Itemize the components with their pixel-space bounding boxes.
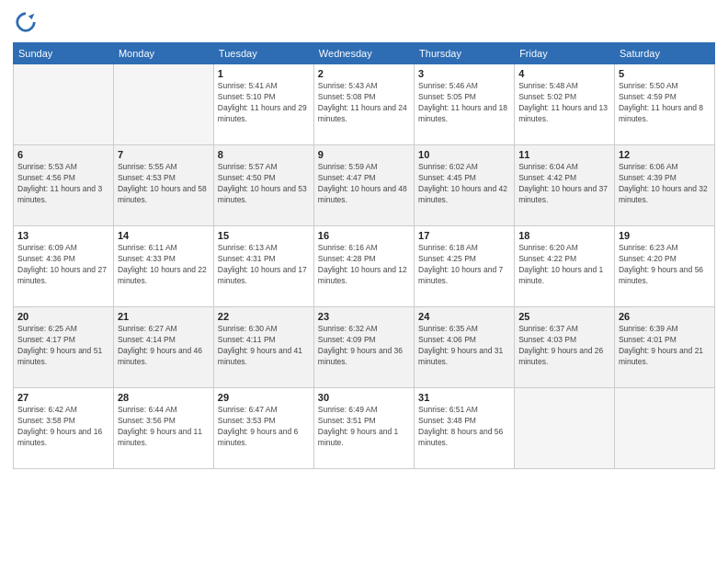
day-number: 17 [418,230,510,241]
day-info: Sunrise: 6:39 AM Sunset: 4:01 PM Dayligh… [619,324,711,368]
day-info: Sunrise: 6:37 AM Sunset: 4:03 PM Dayligh… [518,324,610,368]
calendar-cell [614,388,714,469]
calendar-cell [14,64,114,145]
day-info: Sunrise: 6:44 AM Sunset: 3:56 PM Dayligh… [118,405,210,449]
calendar-week-row: 1Sunrise: 5:41 AM Sunset: 5:10 PM Daylig… [14,64,715,145]
calendar-cell: 28Sunrise: 6:44 AM Sunset: 3:56 PM Dayli… [113,388,213,469]
day-info: Sunrise: 6:18 AM Sunset: 4:25 PM Dayligh… [418,243,510,287]
day-info: Sunrise: 6:20 AM Sunset: 4:22 PM Dayligh… [518,243,610,287]
day-info: Sunrise: 6:23 AM Sunset: 4:20 PM Dayligh… [619,243,711,287]
calendar-cell: 20Sunrise: 6:25 AM Sunset: 4:17 PM Dayli… [14,307,114,388]
day-number: 27 [17,392,109,403]
day-info: Sunrise: 5:59 AM Sunset: 4:47 PM Dayligh… [318,162,410,206]
day-number: 14 [118,230,210,241]
calendar-cell: 15Sunrise: 6:13 AM Sunset: 4:31 PM Dayli… [213,226,313,307]
day-number: 28 [118,392,210,403]
calendar-cell: 23Sunrise: 6:32 AM Sunset: 4:09 PM Dayli… [313,307,414,388]
day-info: Sunrise: 6:09 AM Sunset: 4:36 PM Dayligh… [17,243,109,287]
day-number: 7 [118,149,210,160]
day-number: 19 [619,230,711,241]
day-number: 8 [218,149,310,160]
weekday-header: Monday [113,43,213,64]
day-number: 11 [518,149,610,160]
calendar-week-row: 27Sunrise: 6:42 AM Sunset: 3:58 PM Dayli… [14,388,715,469]
calendar-cell: 3Sunrise: 5:46 AM Sunset: 5:05 PM Daylig… [415,64,515,145]
day-number: 4 [518,68,610,79]
calendar-cell: 24Sunrise: 6:35 AM Sunset: 4:06 PM Dayli… [415,307,515,388]
day-info: Sunrise: 6:13 AM Sunset: 4:31 PM Dayligh… [218,243,310,287]
day-number: 12 [619,149,711,160]
calendar-cell: 30Sunrise: 6:49 AM Sunset: 3:51 PM Dayli… [313,388,414,469]
day-number: 3 [418,68,510,79]
day-info: Sunrise: 6:16 AM Sunset: 4:28 PM Dayligh… [318,243,410,287]
calendar-week-row: 6Sunrise: 5:53 AM Sunset: 4:56 PM Daylig… [14,145,715,226]
day-number: 21 [118,311,210,322]
calendar-cell: 22Sunrise: 6:30 AM Sunset: 4:11 PM Dayli… [213,307,313,388]
day-info: Sunrise: 6:06 AM Sunset: 4:39 PM Dayligh… [619,162,711,206]
calendar-cell: 13Sunrise: 6:09 AM Sunset: 4:36 PM Dayli… [14,226,114,307]
day-info: Sunrise: 5:55 AM Sunset: 4:53 PM Dayligh… [118,162,210,206]
day-info: Sunrise: 6:02 AM Sunset: 4:45 PM Dayligh… [418,162,510,206]
weekday-header: Wednesday [313,43,414,64]
day-number: 25 [518,311,610,322]
calendar-cell: 17Sunrise: 6:18 AM Sunset: 4:25 PM Dayli… [415,226,515,307]
day-info: Sunrise: 6:32 AM Sunset: 4:09 PM Dayligh… [318,324,410,368]
calendar-cell: 21Sunrise: 6:27 AM Sunset: 4:14 PM Dayli… [113,307,213,388]
day-info: Sunrise: 6:11 AM Sunset: 4:33 PM Dayligh… [118,243,210,287]
calendar-cell: 19Sunrise: 6:23 AM Sunset: 4:20 PM Dayli… [614,226,714,307]
calendar-cell: 1Sunrise: 5:41 AM Sunset: 5:10 PM Daylig… [213,64,313,145]
day-number: 6 [17,149,109,160]
day-number: 16 [318,230,410,241]
day-info: Sunrise: 6:27 AM Sunset: 4:14 PM Dayligh… [118,324,210,368]
weekday-header: Friday [515,43,615,64]
calendar-week-row: 13Sunrise: 6:09 AM Sunset: 4:36 PM Dayli… [14,226,715,307]
calendar-cell: 10Sunrise: 6:02 AM Sunset: 4:45 PM Dayli… [415,145,515,226]
calendar-cell: 26Sunrise: 6:39 AM Sunset: 4:01 PM Dayli… [614,307,714,388]
calendar-cell: 18Sunrise: 6:20 AM Sunset: 4:22 PM Dayli… [515,226,615,307]
day-info: Sunrise: 6:35 AM Sunset: 4:06 PM Dayligh… [418,324,510,368]
calendar-cell: 29Sunrise: 6:47 AM Sunset: 3:53 PM Dayli… [213,388,313,469]
calendar-cell [113,64,213,145]
day-info: Sunrise: 6:30 AM Sunset: 4:11 PM Dayligh… [218,324,310,368]
calendar-cell [515,388,615,469]
day-info: Sunrise: 6:51 AM Sunset: 3:48 PM Dayligh… [418,405,510,449]
day-info: Sunrise: 5:57 AM Sunset: 4:50 PM Dayligh… [218,162,310,206]
day-info: Sunrise: 6:49 AM Sunset: 3:51 PM Dayligh… [318,405,410,449]
weekday-header: Sunday [14,43,114,64]
page: SundayMondayTuesdayWednesdayThursdayFrid… [0,0,728,563]
day-number: 20 [17,311,109,322]
calendar-cell: 8Sunrise: 5:57 AM Sunset: 4:50 PM Daylig… [213,145,313,226]
day-number: 30 [318,392,410,403]
calendar-cell: 6Sunrise: 5:53 AM Sunset: 4:56 PM Daylig… [14,145,114,226]
calendar-week-row: 20Sunrise: 6:25 AM Sunset: 4:17 PM Dayli… [14,307,715,388]
day-number: 1 [218,68,310,79]
day-number: 31 [418,392,510,403]
calendar-cell: 14Sunrise: 6:11 AM Sunset: 4:33 PM Dayli… [113,226,213,307]
day-info: Sunrise: 5:41 AM Sunset: 5:10 PM Dayligh… [218,81,310,125]
day-number: 15 [218,230,310,241]
day-number: 23 [318,311,410,322]
day-number: 26 [619,311,711,322]
calendar-cell: 16Sunrise: 6:16 AM Sunset: 4:28 PM Dayli… [313,226,414,307]
day-info: Sunrise: 6:42 AM Sunset: 3:58 PM Dayligh… [17,405,109,449]
header [13,9,715,35]
day-number: 29 [218,392,310,403]
day-info: Sunrise: 6:25 AM Sunset: 4:17 PM Dayligh… [17,324,109,368]
weekday-header: Saturday [614,43,714,64]
logo-icon [13,9,39,35]
calendar-cell: 27Sunrise: 6:42 AM Sunset: 3:58 PM Dayli… [14,388,114,469]
day-info: Sunrise: 5:48 AM Sunset: 5:02 PM Dayligh… [518,81,610,125]
day-number: 24 [418,311,510,322]
day-info: Sunrise: 6:04 AM Sunset: 4:42 PM Dayligh… [518,162,610,206]
day-number: 5 [619,68,711,79]
calendar-cell: 4Sunrise: 5:48 AM Sunset: 5:02 PM Daylig… [515,64,615,145]
calendar-cell: 11Sunrise: 6:04 AM Sunset: 4:42 PM Dayli… [515,145,615,226]
day-number: 13 [17,230,109,241]
calendar-cell: 7Sunrise: 5:55 AM Sunset: 4:53 PM Daylig… [113,145,213,226]
day-info: Sunrise: 5:46 AM Sunset: 5:05 PM Dayligh… [418,81,510,125]
day-number: 22 [218,311,310,322]
day-info: Sunrise: 5:50 AM Sunset: 4:59 PM Dayligh… [619,81,711,125]
calendar-cell: 31Sunrise: 6:51 AM Sunset: 3:48 PM Dayli… [415,388,515,469]
day-info: Sunrise: 5:53 AM Sunset: 4:56 PM Dayligh… [17,162,109,206]
calendar-cell: 25Sunrise: 6:37 AM Sunset: 4:03 PM Dayli… [515,307,615,388]
